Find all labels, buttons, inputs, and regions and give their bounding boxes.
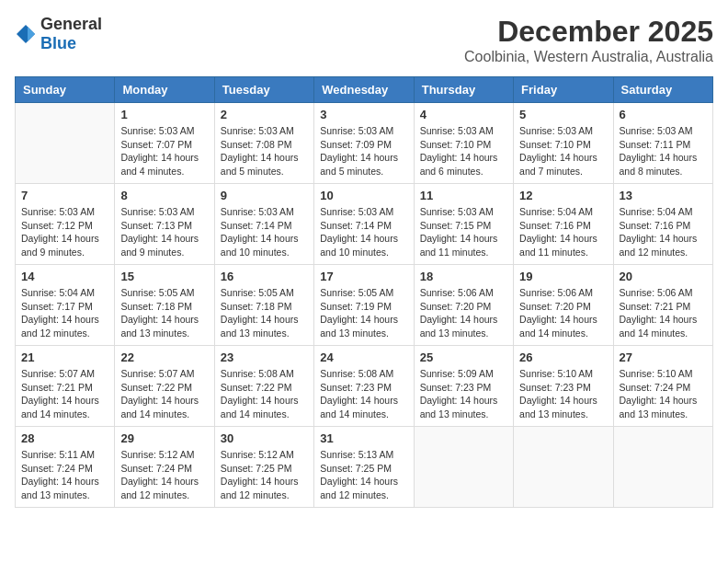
day-info: Sunrise: 5:03 AMSunset: 7:15 PMDaylight:… <box>420 205 507 259</box>
day-number: 28 <box>21 431 108 445</box>
calendar-cell <box>414 427 513 508</box>
calendar-cell: 10Sunrise: 5:03 AMSunset: 7:14 PMDayligh… <box>314 184 414 265</box>
day-number: 12 <box>519 189 607 202</box>
calendar-cell: 12Sunrise: 5:04 AMSunset: 7:16 PMDayligh… <box>514 184 613 265</box>
calendar-cell: 1Sunrise: 5:03 AMSunset: 7:07 PMDaylight… <box>115 103 214 184</box>
logo-blue: Blue <box>40 34 76 52</box>
day-number: 24 <box>320 350 407 364</box>
day-number: 20 <box>620 270 707 283</box>
location-title: Coolbinia, Western Australia, Australia <box>464 49 713 65</box>
day-info: Sunrise: 5:06 AMSunset: 7:20 PMDaylight:… <box>519 286 607 340</box>
calendar-cell <box>514 427 613 508</box>
day-number: 1 <box>120 108 208 121</box>
calendar-cell: 27Sunrise: 5:10 AMSunset: 7:24 PMDayligh… <box>613 346 712 427</box>
week-row-4: 28Sunrise: 5:11 AMSunset: 7:24 PMDayligh… <box>16 427 713 508</box>
calendar-cell: 11Sunrise: 5:03 AMSunset: 7:15 PMDayligh… <box>414 184 513 265</box>
weekday-header-sunday: Sunday <box>16 77 115 103</box>
calendar-cell: 8Sunrise: 5:03 AMSunset: 7:13 PMDaylight… <box>115 184 214 265</box>
calendar-cell: 16Sunrise: 5:05 AMSunset: 7:18 PMDayligh… <box>214 265 313 346</box>
day-number: 19 <box>519 270 607 283</box>
day-info: Sunrise: 5:05 AMSunset: 7:19 PMDaylight:… <box>320 286 407 340</box>
calendar-cell: 17Sunrise: 5:05 AMSunset: 7:19 PMDayligh… <box>314 265 414 346</box>
day-info: Sunrise: 5:03 AMSunset: 7:10 PMDaylight:… <box>420 124 507 178</box>
day-info: Sunrise: 5:03 AMSunset: 7:14 PMDaylight:… <box>320 205 407 259</box>
day-info: Sunrise: 5:03 AMSunset: 7:09 PMDaylight:… <box>320 124 407 178</box>
weekday-header-wednesday: Wednesday <box>314 77 414 103</box>
day-number: 30 <box>221 431 308 445</box>
calendar-cell: 31Sunrise: 5:13 AMSunset: 7:25 PMDayligh… <box>314 427 414 508</box>
calendar-cell: 4Sunrise: 5:03 AMSunset: 7:10 PMDaylight… <box>414 103 513 184</box>
calendar-cell: 29Sunrise: 5:12 AMSunset: 7:24 PMDayligh… <box>115 427 214 508</box>
day-number: 15 <box>120 270 208 283</box>
day-number: 26 <box>519 350 607 364</box>
calendar-cell: 7Sunrise: 5:03 AMSunset: 7:12 PMDaylight… <box>16 184 115 265</box>
day-info: Sunrise: 5:12 AMSunset: 7:24 PMDaylight:… <box>120 448 208 502</box>
day-info: Sunrise: 5:04 AMSunset: 7:16 PMDaylight:… <box>620 205 707 259</box>
calendar-cell: 3Sunrise: 5:03 AMSunset: 7:09 PMDaylight… <box>314 103 414 184</box>
calendar-cell: 25Sunrise: 5:09 AMSunset: 7:23 PMDayligh… <box>414 346 513 427</box>
title-area: December 2025 Coolbinia, Western Austral… <box>464 15 713 65</box>
day-number: 21 <box>21 350 108 364</box>
calendar-cell: 18Sunrise: 5:06 AMSunset: 7:20 PMDayligh… <box>414 265 513 346</box>
day-info: Sunrise: 5:03 AMSunset: 7:07 PMDaylight:… <box>120 124 208 178</box>
day-info: Sunrise: 5:07 AMSunset: 7:21 PMDaylight:… <box>21 367 108 421</box>
calendar-cell: 24Sunrise: 5:08 AMSunset: 7:23 PMDayligh… <box>314 346 414 427</box>
day-info: Sunrise: 5:03 AMSunset: 7:12 PMDaylight:… <box>21 205 108 259</box>
day-number: 4 <box>420 108 507 121</box>
day-info: Sunrise: 5:04 AMSunset: 7:16 PMDaylight:… <box>519 205 607 259</box>
calendar-cell <box>16 103 115 184</box>
day-number: 11 <box>420 189 507 202</box>
week-row-0: 1Sunrise: 5:03 AMSunset: 7:07 PMDaylight… <box>16 103 713 184</box>
day-info: Sunrise: 5:03 AMSunset: 7:13 PMDaylight:… <box>120 205 208 259</box>
calendar-cell: 22Sunrise: 5:07 AMSunset: 7:22 PMDayligh… <box>115 346 214 427</box>
calendar-cell <box>613 427 712 508</box>
calendar: SundayMondayTuesdayWednesdayThursdayFrid… <box>15 76 713 508</box>
day-number: 3 <box>320 108 407 121</box>
header: General Blue December 2025 Coolbinia, We… <box>15 15 713 65</box>
weekday-header-saturday: Saturday <box>613 77 712 103</box>
weekday-header-thursday: Thursday <box>414 77 513 103</box>
calendar-cell: 6Sunrise: 5:03 AMSunset: 7:11 PMDaylight… <box>613 103 712 184</box>
day-info: Sunrise: 5:06 AMSunset: 7:21 PMDaylight:… <box>620 286 707 340</box>
logo-text: General Blue <box>40 15 102 53</box>
calendar-cell: 20Sunrise: 5:06 AMSunset: 7:21 PMDayligh… <box>613 265 712 346</box>
day-number: 7 <box>21 189 108 202</box>
day-info: Sunrise: 5:04 AMSunset: 7:17 PMDaylight:… <box>21 286 108 340</box>
day-info: Sunrise: 5:11 AMSunset: 7:24 PMDaylight:… <box>21 448 108 502</box>
logo-icon <box>15 23 37 45</box>
day-info: Sunrise: 5:05 AMSunset: 7:18 PMDaylight:… <box>221 286 308 340</box>
calendar-cell: 9Sunrise: 5:03 AMSunset: 7:14 PMDaylight… <box>214 184 313 265</box>
day-number: 31 <box>320 431 407 445</box>
week-row-1: 7Sunrise: 5:03 AMSunset: 7:12 PMDaylight… <box>16 184 713 265</box>
day-info: Sunrise: 5:03 AMSunset: 7:11 PMDaylight:… <box>620 124 707 178</box>
weekday-header-friday: Friday <box>514 77 613 103</box>
day-info: Sunrise: 5:10 AMSunset: 7:24 PMDaylight:… <box>620 367 707 421</box>
day-number: 22 <box>120 350 208 364</box>
calendar-cell: 26Sunrise: 5:10 AMSunset: 7:23 PMDayligh… <box>514 346 613 427</box>
day-number: 6 <box>620 108 707 121</box>
day-number: 16 <box>221 270 308 283</box>
day-number: 5 <box>519 108 607 121</box>
day-number: 8 <box>120 189 208 202</box>
day-number: 27 <box>620 350 707 364</box>
day-info: Sunrise: 5:12 AMSunset: 7:25 PMDaylight:… <box>221 448 308 502</box>
day-info: Sunrise: 5:07 AMSunset: 7:22 PMDaylight:… <box>120 367 208 421</box>
day-info: Sunrise: 5:03 AMSunset: 7:14 PMDaylight:… <box>221 205 308 259</box>
logo-general: General <box>40 15 102 33</box>
day-number: 13 <box>620 189 707 202</box>
day-info: Sunrise: 5:08 AMSunset: 7:23 PMDaylight:… <box>320 367 407 421</box>
day-number: 2 <box>221 108 308 121</box>
calendar-cell: 15Sunrise: 5:05 AMSunset: 7:18 PMDayligh… <box>115 265 214 346</box>
calendar-cell: 14Sunrise: 5:04 AMSunset: 7:17 PMDayligh… <box>16 265 115 346</box>
day-info: Sunrise: 5:03 AMSunset: 7:08 PMDaylight:… <box>221 124 308 178</box>
calendar-cell: 2Sunrise: 5:03 AMSunset: 7:08 PMDaylight… <box>214 103 313 184</box>
svg-marker-1 <box>28 27 35 41</box>
weekday-header-monday: Monday <box>115 77 214 103</box>
day-info: Sunrise: 5:06 AMSunset: 7:20 PMDaylight:… <box>420 286 507 340</box>
calendar-cell: 28Sunrise: 5:11 AMSunset: 7:24 PMDayligh… <box>16 427 115 508</box>
day-number: 25 <box>420 350 507 364</box>
week-row-2: 14Sunrise: 5:04 AMSunset: 7:17 PMDayligh… <box>16 265 713 346</box>
day-number: 17 <box>320 270 407 283</box>
day-info: Sunrise: 5:03 AMSunset: 7:10 PMDaylight:… <box>519 124 607 178</box>
day-info: Sunrise: 5:05 AMSunset: 7:18 PMDaylight:… <box>120 286 208 340</box>
